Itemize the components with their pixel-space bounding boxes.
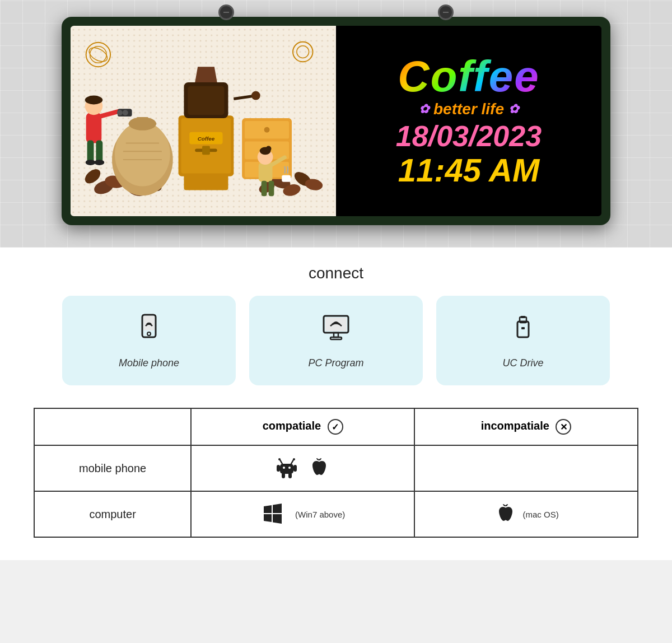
svg-point-42: [85, 96, 103, 105]
svg-point-27: [115, 122, 170, 187]
screw-right: [438, 4, 454, 20]
apple-icon-mac: [493, 502, 518, 526]
win-text: (Win7 above): [295, 510, 345, 519]
svg-point-87: [288, 467, 291, 469]
svg-point-67: [147, 332, 151, 336]
svg-rect-48: [96, 141, 102, 163]
connect-label-mobile: Mobile phone: [119, 357, 179, 369]
connect-card-mobile: Mobile phone: [62, 296, 236, 385]
table-cell-mobile-incompatible: [414, 445, 638, 491]
table-cell-computer-compatible: (Win7 above): [191, 491, 414, 537]
svg-rect-75: [521, 316, 525, 318]
connect-card-usb: UC Drive: [436, 296, 610, 385]
svg-rect-47: [87, 141, 94, 163]
coffee-illustration-svg: Coffee: [71, 26, 336, 216]
svg-rect-83: [293, 465, 297, 472]
svg-marker-88: [264, 505, 272, 513]
led-better-life-text: ✿ better life ✿: [419, 100, 519, 118]
x-icon: ✕: [556, 419, 571, 435]
svg-point-80: [293, 458, 295, 460]
table-row-mobile: mobile phone: [34, 445, 638, 491]
table-header-compatible: compatiale ✓: [191, 408, 414, 445]
phone-icon: [133, 313, 165, 348]
svg-point-24: [251, 91, 260, 100]
svg-rect-69: [325, 318, 347, 331]
connect-cards: Mobile phone: [34, 296, 638, 385]
usb-icon: [507, 313, 539, 348]
table-cell-mobile-label: mobile phone: [34, 445, 191, 491]
sign-led-display: Coffee ✿ better life ✿ 18/03/2023 11:45 …: [336, 26, 601, 216]
windows-icon: [260, 502, 285, 526]
svg-rect-58: [269, 181, 274, 197]
svg-rect-72: [330, 337, 342, 339]
table-section: compatiale ✓ incompatiale ✕ mobile phone: [0, 397, 672, 560]
svg-rect-25: [184, 174, 228, 190]
svg-rect-57: [262, 181, 267, 197]
sign-wrapper: Coffee: [62, 17, 610, 225]
svg-text:Coffee: Coffee: [198, 136, 215, 142]
table-header-empty: [34, 408, 191, 445]
sign-illustration: Coffee: [71, 26, 336, 216]
svg-marker-90: [264, 514, 272, 522]
connect-section: connect Mobile phone: [0, 248, 672, 397]
computer-compat-icons: (Win7 above): [203, 502, 403, 526]
svg-marker-91: [273, 514, 282, 524]
svg-rect-76: [521, 327, 525, 329]
svg-point-70: [335, 322, 337, 324]
led-time-text: 11:45 AM: [398, 152, 540, 188]
svg-point-46: [123, 110, 128, 115]
svg-marker-89: [273, 504, 282, 513]
svg-rect-56: [282, 175, 291, 182]
screw-left: [218, 4, 234, 20]
pc-icon: [320, 313, 352, 348]
svg-rect-81: [280, 464, 293, 474]
svg-point-49: [86, 160, 96, 165]
mac-text: (mac OS): [522, 510, 558, 519]
svg-line-77: [280, 460, 282, 464]
svg-rect-40: [86, 113, 102, 143]
sign-section: Coffee: [0, 0, 672, 248]
svg-point-54: [266, 146, 272, 151]
sign-inner: Coffee: [71, 26, 601, 216]
connect-label-usb: UC Drive: [502, 357, 543, 369]
check-icon: ✓: [328, 419, 343, 435]
svg-rect-21: [188, 86, 224, 115]
svg-point-37: [264, 127, 270, 133]
connect-label-pc: PC Program: [308, 357, 363, 369]
connect-title: connect: [34, 264, 638, 282]
apple-icon-mobile: [307, 456, 332, 481]
table-cell-computer-label: computer: [34, 491, 191, 537]
svg-point-66: [148, 323, 150, 325]
svg-point-86: [283, 467, 285, 469]
svg-rect-29: [137, 117, 148, 126]
sign-frame: Coffee: [62, 17, 610, 225]
led-date-text: 18/03/2023: [396, 120, 542, 152]
svg-rect-85: [288, 473, 292, 478]
svg-point-50: [94, 160, 104, 165]
android-icon: [274, 456, 299, 481]
connect-card-pc: PC Program: [249, 296, 423, 385]
table-header-incompatible: incompatiale ✕: [414, 408, 638, 445]
table-row-computer: computer (Win7 above): [34, 491, 638, 537]
compat-table: compatiale ✓ incompatiale ✕ mobile phone: [34, 408, 638, 538]
table-cell-mobile-compatible: [191, 445, 414, 491]
svg-rect-17: [202, 146, 210, 155]
svg-line-79: [291, 460, 293, 464]
svg-point-78: [278, 458, 281, 460]
svg-point-45: [117, 110, 123, 115]
svg-rect-82: [277, 465, 280, 472]
led-flower-right: ✿: [508, 102, 519, 117]
led-coffee-text: Coffee: [398, 54, 539, 98]
led-flower-left: ✿: [419, 102, 429, 117]
svg-marker-22: [195, 67, 217, 82]
mac-cell: (mac OS): [426, 502, 626, 526]
mobile-icons-row: [203, 456, 403, 481]
table-cell-computer-incompatible: (mac OS): [414, 491, 638, 537]
svg-rect-84: [282, 473, 285, 478]
